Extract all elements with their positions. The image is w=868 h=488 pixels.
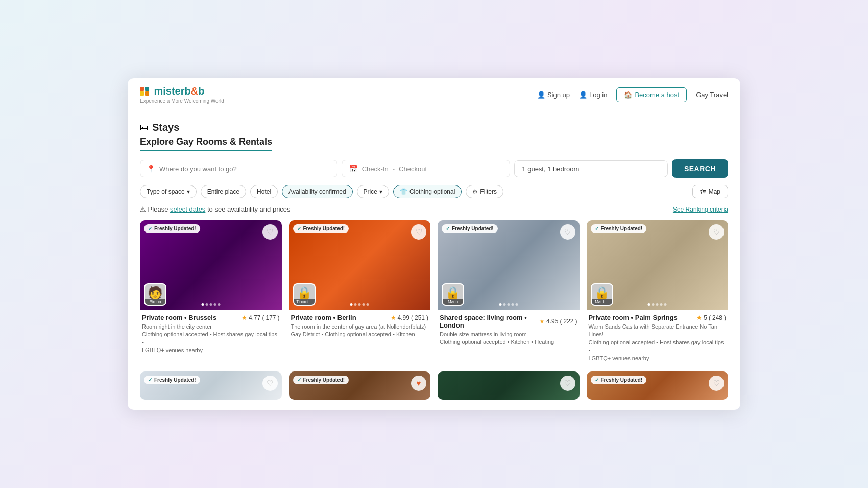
- host-name-2: Tihomi...: [294, 299, 315, 305]
- date-input[interactable]: 📅 Check-In - Checkout: [342, 160, 511, 177]
- person-icon: 👤: [537, 91, 545, 99]
- alert-text: ⚠ Please select dates to see availabilit…: [140, 205, 291, 213]
- select-dates-link[interactable]: select dates: [170, 205, 205, 213]
- listing-title-1: Private room • Brussels: [142, 314, 216, 321]
- favorite-button-5[interactable]: ♡: [262, 376, 278, 391]
- checkin-label: Check-In: [362, 165, 389, 173]
- main-content: 🛏 Stays Explore Gay Rooms & Rentals 📍 📅 …: [128, 111, 740, 410]
- favorite-button-6[interactable]: ♥: [411, 376, 426, 391]
- guest-input[interactable]: 1 guest, 1 bedroom: [514, 160, 668, 177]
- refresh-icon: ✓: [148, 226, 152, 231]
- favorite-button-4[interactable]: ♡: [709, 224, 724, 240]
- type-space-filter[interactable]: Type of space ▾: [140, 185, 197, 198]
- listing-title-4: Private room • Palm Springs: [589, 314, 678, 321]
- listing-photo-7: [438, 371, 580, 400]
- image-dots-2: [350, 303, 369, 306]
- bed-icon: 🛏: [140, 123, 148, 132]
- hotel-filter[interactable]: Hotel: [250, 185, 278, 198]
- listing-rating-4: ★ 5 (248): [696, 314, 726, 321]
- star-icon: ★: [539, 318, 545, 325]
- page-title: Stays: [152, 122, 179, 133]
- favorite-button-1[interactable]: ♡: [262, 224, 278, 240]
- listing-card-2[interactable]: ✓ Freshly Updated! ♡ 🔒 Tihomi... Private…: [289, 220, 431, 364]
- listing-card-1[interactable]: ✓ Freshly Updated! ♡ 🧑 Simon Private roo…: [140, 220, 282, 364]
- freshly-updated-badge-5: ✓ Freshly Updated!: [144, 376, 200, 384]
- section-subtitle: Explore Gay Rooms & Rentals: [140, 136, 728, 159]
- location-input[interactable]: [159, 165, 331, 173]
- card-info-1: Private room • Brussels ★ 4.77 (177) Roo…: [140, 310, 282, 357]
- availability-filter[interactable]: Availability confirmed: [282, 185, 353, 198]
- listing-rating-1: ★ 4.77 (177): [242, 314, 279, 321]
- listings-grid: ✓ Freshly Updated! ♡ 🧑 Simon Private roo…: [140, 220, 728, 364]
- signup-link[interactable]: 👤 Sign up: [537, 91, 570, 99]
- host-avatar-icon-3: 🔒: [445, 287, 461, 299]
- host-avatar-3: 🔒 Mario: [442, 283, 464, 306]
- card-image-6: ✓ Freshly Updated! ♥: [289, 371, 431, 400]
- favorite-button-7[interactable]: ♡: [560, 376, 575, 391]
- star-icon: ★: [391, 314, 396, 321]
- favorite-button-2[interactable]: ♡: [411, 224, 426, 240]
- host-avatar-icon-4: 🔒: [594, 287, 610, 299]
- refresh-icon: ✓: [446, 226, 450, 231]
- listing-title-3: Shared space: living room • London: [440, 314, 539, 329]
- search-bar: 📍 📅 Check-In - Checkout 1 guest, 1 bedro…: [140, 159, 728, 178]
- map-button[interactable]: 🗺 Map: [692, 185, 728, 198]
- favorite-button-8[interactable]: ♡: [709, 376, 724, 391]
- star-icon: ★: [696, 314, 702, 321]
- clothing-optional-filter[interactable]: 👕 Clothing optional: [393, 185, 462, 198]
- price-filter[interactable]: Price ▾: [357, 185, 389, 198]
- listing-rating-3: ★ 4.95 (222): [539, 318, 577, 325]
- card-image-8: ✓ Freshly Updated! ♡: [587, 371, 729, 400]
- card-title-row-2: Private room • Berlin ★ 4.99 (251): [291, 314, 429, 321]
- image-dots-3: [499, 303, 518, 306]
- listing-card-6[interactable]: ✓ Freshly Updated! ♥: [289, 371, 431, 400]
- host-avatar-4: 🔒 Matth...: [591, 283, 613, 306]
- listing-desc-4: Warm Sands Casita with Separate Entrance…: [589, 323, 727, 362]
- card-image-7: ♡: [438, 371, 580, 400]
- favorite-button-3[interactable]: ♡: [560, 224, 575, 240]
- refresh-icon: ✓: [595, 377, 599, 383]
- card-title-row-1: Private room • Brussels ★ 4.77 (177): [142, 314, 280, 321]
- home-icon: 🏠: [624, 91, 632, 99]
- login-link[interactable]: 👤 Log in: [579, 91, 607, 99]
- freshly-updated-badge-6: ✓ Freshly Updated!: [293, 376, 349, 384]
- clothing-icon: 👕: [400, 188, 407, 195]
- host-name-4: Matth...: [592, 299, 612, 305]
- card-info-2: Private room • Berlin ★ 4.99 (251) The r…: [289, 310, 431, 341]
- card-image-4: ✓ Freshly Updated! ♡ 🔒 Matth...: [587, 220, 729, 310]
- location-input-wrap[interactable]: 📍: [140, 160, 337, 177]
- listing-desc-1: Room right in the city center Clothing o…: [142, 323, 280, 355]
- freshly-updated-badge-1: ✓ Freshly Updated!: [144, 224, 200, 233]
- freshly-updated-badge-2: ✓ Freshly Updated!: [293, 224, 349, 233]
- ranking-criteria-link[interactable]: See Ranking criteria: [673, 206, 728, 213]
- filter-row: Type of space ▾ Entire place Hotel Avail…: [140, 185, 728, 198]
- gay-travel-link[interactable]: Gay Travel: [696, 91, 728, 99]
- header: misterb&b Experience a More Welcoming Wo…: [128, 78, 740, 111]
- card-title-row-3: Shared space: living room • London ★ 4.9…: [440, 314, 577, 329]
- guest-label: 1 guest, 1 bedroom: [522, 165, 579, 173]
- card-image-1: ✓ Freshly Updated! ♡ 🧑 Simon: [140, 220, 282, 310]
- host-name-1: Simon: [145, 299, 165, 305]
- calendar-icon: 📅: [349, 165, 358, 173]
- become-host-button[interactable]: 🏠 Become a host: [616, 87, 687, 102]
- host-avatar-2: 🔒 Tihomi...: [293, 283, 316, 306]
- host-name-3: Mario: [443, 299, 463, 305]
- search-button[interactable]: SEARCH: [672, 159, 728, 178]
- listing-title-2: Private room • Berlin: [291, 314, 356, 321]
- card-image-2: ✓ Freshly Updated! ♡ 🔒 Tihomi...: [289, 220, 431, 310]
- filters-button[interactable]: ⚙ Filters: [466, 185, 503, 198]
- listing-card-7[interactable]: ♡: [438, 371, 580, 400]
- listing-card-3[interactable]: ✓ Freshly Updated! ♡ 🔒 Mario Shared spac…: [438, 220, 580, 364]
- entire-place-filter[interactable]: Entire place: [201, 185, 246, 198]
- listing-desc-3: Double size mattress in living room Clot…: [440, 331, 577, 346]
- alert-bar: ⚠ Please select dates to see availabilit…: [140, 205, 728, 213]
- image-dots-1: [201, 303, 220, 306]
- refresh-icon: ✓: [297, 377, 301, 383]
- host-avatar-icon-2: 🔒: [297, 287, 312, 299]
- refresh-icon: ✓: [595, 226, 599, 231]
- chevron-down-icon: ▾: [187, 188, 190, 195]
- freshly-updated-badge-4: ✓ Freshly Updated!: [591, 224, 647, 233]
- listing-card-8[interactable]: ✓ Freshly Updated! ♡: [587, 371, 729, 400]
- listing-card-5[interactable]: ✓ Freshly Updated! ♡: [140, 371, 282, 400]
- listing-card-4[interactable]: ✓ Freshly Updated! ♡ 🔒 Matth... Private …: [587, 220, 729, 364]
